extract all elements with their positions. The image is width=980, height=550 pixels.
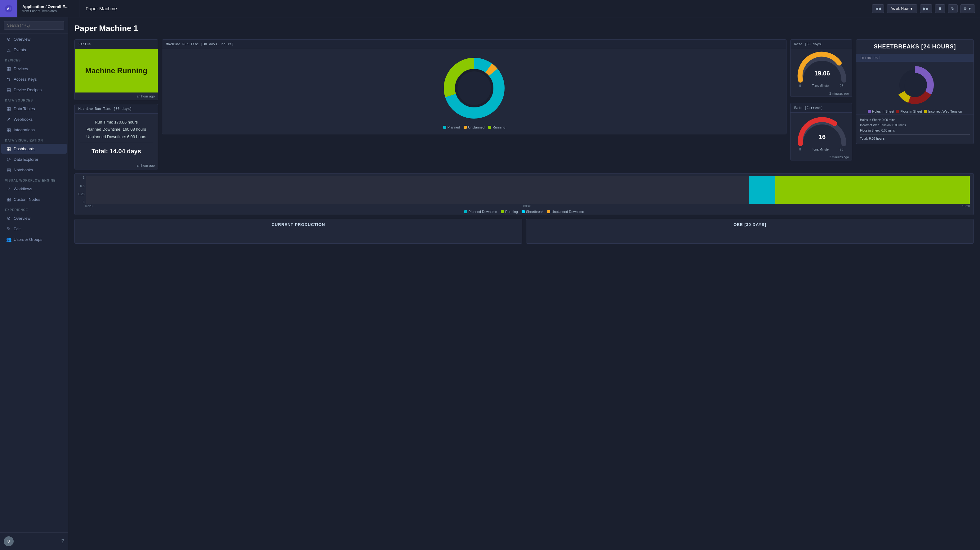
custom-nodes-icon: ▦ [6, 197, 11, 202]
svg-text:19.06: 19.06 [815, 70, 830, 77]
forward-button[interactable]: ▶▶ [920, 4, 932, 13]
webhooks-icon: ↗ [6, 117, 11, 122]
app-info[interactable]: Application / Overall E... from Losant T… [18, 0, 80, 17]
sidebar-item-access-keys[interactable]: ⇆ Access Keys [1, 74, 67, 84]
unplanned-downtime-value: Unplanned Downtime: 6.03 hours [80, 133, 153, 140]
section-label-experience: EXPERIENCE [0, 204, 68, 213]
timeline-body: 1 0.5 0.25 0 [75, 174, 974, 204]
sidebar-item-integrations[interactable]: ▦ Integrations [1, 125, 67, 135]
sidebar-item-overview[interactable]: ⊙ Overview [1, 34, 67, 44]
sidebar-item-label: Devices [14, 67, 28, 71]
sheetbreaks-stats: Holes in Sheet: 0.00 mins Incorrect Web … [856, 115, 974, 144]
unplanned-dot [464, 126, 467, 129]
sidebar-item-label: Data Tables [14, 107, 35, 111]
sidebar-item-data-tables[interactable]: ▦ Data Tables [1, 104, 67, 113]
dashboards-icon: ▦ [6, 146, 11, 151]
rate-30-gauge: 19.06 [794, 52, 850, 83]
settings-button[interactable]: ⚙ ▼ [960, 4, 975, 13]
timeline-x-labels: 16:20 00:40 16:20 [75, 204, 974, 209]
sidebar-item-webhooks[interactable]: ↗ Webhooks [1, 114, 67, 124]
rate-current-timestamp: 2 minutes ago [791, 154, 852, 160]
sidebar-item-device-recipes[interactable]: ▤ Device Recipes [1, 85, 67, 95]
refresh-button[interactable]: ↻ [948, 4, 958, 13]
app-sub: from Losant Templates [22, 9, 74, 13]
topbar-controls: ◀◀ As of: Now ▼ ▶▶ ⏸ ↻ ⚙ ▼ [872, 4, 980, 13]
sidebar-item-label: Overview [14, 216, 30, 221]
overview-icon: ⊙ [6, 37, 11, 41]
sidebar-item-devices[interactable]: ▦ Devices [1, 64, 67, 73]
flocs-stat: Flocs in Sheet: 0.00 mins [860, 128, 970, 133]
rate-30-max: 23 [840, 84, 843, 88]
notebooks-icon: ▤ [6, 167, 11, 172]
running-dot [488, 126, 491, 129]
search-input[interactable] [4, 21, 64, 30]
status-value: Machine Running [75, 49, 158, 92]
timeline-bars [86, 176, 970, 204]
sidebar-item-data-explorer[interactable]: ◎ Data Explorer [1, 154, 67, 164]
rate-30-timestamp: 2 minutes ago [791, 91, 852, 97]
legend-planned: Planned [443, 125, 460, 129]
avatar: U [4, 536, 14, 546]
holes-stat: Holes in Sheet: 0.00 mins [860, 117, 970, 123]
devices-icon: ▦ [6, 66, 11, 71]
device-recipes-icon: ▤ [6, 87, 11, 92]
rate-30-card: Rate [30 days] 19.06 0 Tons/Minute 23 [790, 40, 852, 97]
sidebar-item-exp-overview[interactable]: ⊙ Overview [1, 213, 67, 223]
rate-30-min: 0 [799, 84, 801, 88]
sidebar-item-label: Edit [14, 226, 21, 231]
sidebar-item-label: Access Keys [14, 77, 37, 81]
run-time-value: Run Time: 170.86 hours [80, 119, 153, 126]
sidebar-item-dashboards[interactable]: ▦ Dashboards [1, 144, 67, 154]
runtime-donut-chart [440, 54, 508, 122]
workflows-icon: ↗ [6, 186, 11, 191]
machine-runtime-chart-body: Planned Unplanned Running [162, 49, 786, 134]
sheetbreaks-title: SHEETBREAKS [24 HOURS] [856, 40, 974, 54]
sidebar-item-label: Events [14, 48, 26, 52]
sidebar-item-edit[interactable]: ✎ Edit [1, 224, 67, 234]
planned-downtime-value: Planned Downtime: 160.08 hours [80, 126, 153, 133]
rate-30-body: 19.06 0 Tons/Minute 23 [791, 49, 852, 91]
timeline-bars-container [86, 176, 970, 204]
sidebar-search-container [0, 18, 68, 34]
help-icon[interactable]: ? [61, 538, 64, 545]
current-production-title: CURRENT PRODUCTION [75, 219, 522, 230]
sheetbreaks-card: SHEETBREAKS [24 HOURS] [minutes] Holes i… [856, 40, 974, 144]
machine-runtime-chart-header: Machine Run Time [30 days, hours] [162, 40, 786, 49]
events-icon: △ [6, 47, 11, 52]
rate-current-min: 0 [799, 148, 801, 151]
oee-card: OEE [30 DAYS] [526, 219, 974, 244]
sidebar-item-events[interactable]: △ Events [1, 45, 67, 55]
rate-current-card: Rate [Current] 16 0 Tons/Minute 23 [790, 103, 852, 161]
users-groups-icon: 👥 [6, 237, 11, 242]
sidebar-item-label: Dashboards [14, 147, 35, 151]
svg-point-13 [904, 75, 926, 96]
runtime-text-card: Machine Run Time [30 days] Run Time: 170… [75, 104, 158, 169]
rewind-button[interactable]: ◀◀ [872, 4, 884, 13]
runtime-text-header: Machine Run Time [30 days] [75, 104, 158, 113]
svg-point-6 [457, 72, 491, 105]
rate-current-unit: Tons/Minute [812, 148, 829, 151]
sheetbreaks-legend: Holes in Sheet Flocs in Sheet Incorrect … [856, 108, 974, 115]
sheetbreaks-donut [856, 62, 974, 108]
legend-unplanned: Unplanned [464, 125, 484, 129]
rate-30-unit: Tons/Minute [812, 84, 829, 88]
sidebar-item-workflows[interactable]: ↗ Workflows [1, 184, 67, 194]
rate-current-body: 16 0 Tons/Minute 23 [791, 113, 852, 154]
sheetbreaks-total: Total: 0.00 hours [860, 134, 970, 141]
edit-icon: ✎ [6, 226, 11, 231]
asof-dropdown[interactable]: As of: Now ▼ [887, 4, 917, 13]
flocs-legend: Flocs in Sheet [896, 110, 922, 113]
svg-text:16: 16 [819, 134, 826, 140]
rate-current-gauge: 16 [794, 116, 850, 147]
status-card: Status Machine Running an hour ago [75, 40, 158, 100]
topbar: AI Application / Overall E... from Losan… [0, 0, 980, 18]
pause-button[interactable]: ⏸ [935, 4, 945, 13]
sidebar-item-custom-nodes[interactable]: ▦ Custom Nodes [1, 194, 67, 204]
rate-current-max: 23 [840, 148, 843, 151]
sidebar-item-notebooks[interactable]: ▤ Notebooks [1, 165, 67, 175]
data-explorer-icon: ◎ [6, 157, 11, 162]
legend-running: Running [488, 125, 505, 129]
access-keys-icon: ⇆ [6, 77, 11, 81]
sidebar-item-users-groups[interactable]: 👥 Users & Groups [1, 234, 67, 244]
status-timestamp: an hour ago [75, 92, 158, 100]
